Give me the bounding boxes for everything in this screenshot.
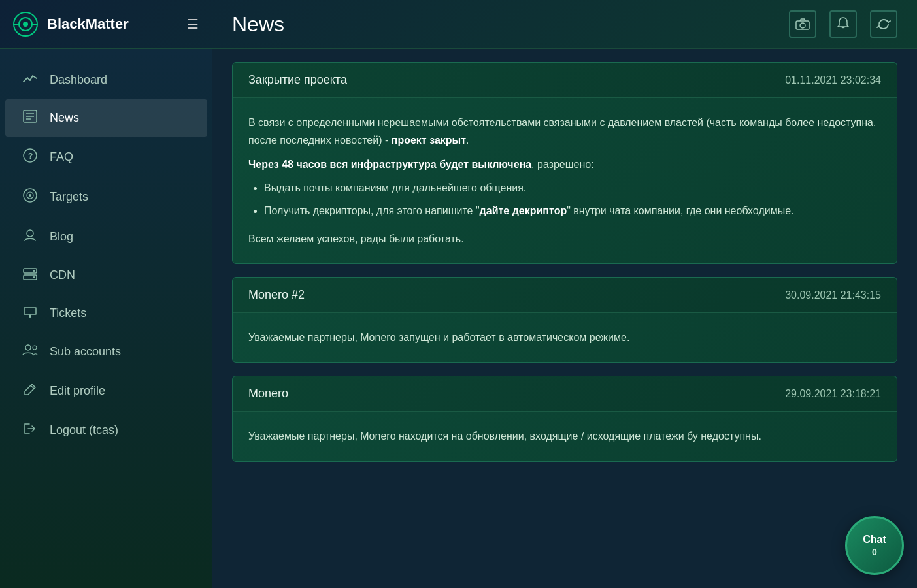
- editprofile-icon: [21, 382, 39, 400]
- news-bold-2: Через 48 часов вся инфраструктура будет …: [248, 159, 531, 170]
- sidebar-item-faq[interactable]: ? FAQ: [5, 138, 207, 176]
- svg-point-21: [25, 345, 31, 350]
- logout-icon: [21, 422, 39, 438]
- subaccounts-icon: [21, 344, 39, 360]
- svg-point-6: [800, 23, 805, 28]
- brand-area: BlackMatter ☰: [0, 0, 212, 48]
- cdn-icon: [21, 268, 39, 283]
- refresh-icon: [876, 17, 891, 31]
- sidebar-label-cdn: CDN: [50, 269, 75, 282]
- sidebar: Dashboard News ? FAQ: [0, 49, 212, 588]
- sidebar-label-editprofile: Edit profile: [50, 384, 105, 398]
- svg-point-2: [23, 22, 28, 27]
- news-body-para-4: Уважаемые партнеры, Monero запущен и раб…: [248, 329, 881, 346]
- news-body-2: Уважаемые партнеры, Monero запущен и раб…: [233, 313, 897, 362]
- news-list-item-1: Выдать почты компаниям для дальнейшего о…: [264, 179, 881, 197]
- sidebar-item-blog[interactable]: Blog: [5, 218, 207, 256]
- news-title-1: Закрытие проекта: [248, 73, 347, 87]
- sidebar-item-editprofile[interactable]: Edit profile: [5, 372, 207, 410]
- sidebar-label-faq: FAQ: [50, 150, 73, 164]
- svg-point-16: [27, 230, 33, 237]
- sidebar-label-news: News: [50, 111, 79, 125]
- sidebar-label-targets: Targets: [50, 190, 88, 204]
- news-body-para-5: Уважаемые партнеры, Monero находится на …: [248, 427, 881, 445]
- sidebar-item-dashboard[interactable]: Dashboard: [5, 62, 207, 98]
- header-title-area: News: [212, 12, 769, 37]
- chat-label: Chat: [863, 534, 886, 546]
- news-bold-3: дайте декриптор: [480, 205, 567, 216]
- news-body-para-2: Через 48 часов вся инфраструктура будет …: [248, 155, 881, 173]
- news-date-3: 29.09.2021 23:18:21: [785, 388, 881, 400]
- svg-point-15: [29, 194, 31, 197]
- news-title-3: Monero: [248, 387, 288, 400]
- news-card-1: Закрытие проекта 01.11.2021 23:02:34 В с…: [232, 62, 897, 264]
- page-title: News: [232, 12, 284, 37]
- sidebar-item-logout[interactable]: Logout (tcas): [5, 412, 207, 449]
- svg-point-19: [33, 270, 35, 272]
- news-list-1: Выдать почты компаниям для дальнейшего о…: [264, 179, 881, 220]
- sidebar-label-tickets: Tickets: [50, 306, 86, 320]
- sidebar-item-news[interactable]: News: [5, 99, 207, 137]
- main-content: Закрытие проекта 01.11.2021 23:02:34 В с…: [212, 49, 917, 588]
- targets-icon: [21, 188, 39, 206]
- sidebar-item-subaccounts[interactable]: Sub accounts: [5, 333, 207, 370]
- camera-icon: [795, 18, 810, 30]
- news-date-2: 30.09.2021 21:43:15: [785, 289, 881, 301]
- sidebar-item-tickets[interactable]: Tickets: [5, 295, 207, 332]
- sidebar-label-logout: Logout (tcas): [50, 423, 118, 437]
- news-card-2: Monero #2 30.09.2021 21:43:15 Уважаемые …: [232, 277, 897, 363]
- menu-icon[interactable]: ☰: [187, 16, 199, 32]
- main-layout: Dashboard News ? FAQ: [0, 49, 917, 588]
- dashboard-icon: [21, 73, 39, 88]
- brand-logo: [13, 12, 38, 37]
- bell-icon: [837, 17, 850, 31]
- sidebar-item-targets[interactable]: Targets: [5, 178, 207, 216]
- svg-text:?: ?: [28, 152, 33, 161]
- blog-icon: [21, 228, 39, 246]
- sidebar-label-blog: Blog: [50, 230, 73, 244]
- tickets-icon: [21, 305, 39, 321]
- news-icon: [21, 110, 39, 126]
- news-body-1: В связи с определенными нерешаемыми обст…: [233, 98, 897, 263]
- faq-icon: ?: [21, 148, 39, 166]
- news-list-item-2: Получить декрипторы, для этого напишите …: [264, 202, 881, 220]
- header-actions: [769, 10, 917, 38]
- svg-point-20: [33, 276, 35, 278]
- news-title-2: Monero #2: [248, 288, 305, 302]
- sidebar-label-dashboard: Dashboard: [50, 73, 107, 87]
- news-card-header-1: Закрытие проекта 01.11.2021 23:02:34: [233, 63, 897, 98]
- camera-button[interactable]: [789, 10, 816, 38]
- news-body-para-3: Всем желаем успехов, рады были работать.: [248, 230, 881, 248]
- chat-button[interactable]: Chat 0: [845, 516, 904, 575]
- news-card-header-3: Monero 29.09.2021 23:18:21: [233, 376, 897, 412]
- news-bold-1: проект закрыт: [392, 135, 466, 146]
- news-card-3: Monero 29.09.2021 23:18:21 Уважаемые пар…: [232, 376, 897, 461]
- sidebar-label-subaccounts: Sub accounts: [50, 345, 121, 359]
- bell-button[interactable]: [829, 10, 857, 38]
- top-header: BlackMatter ☰ News: [0, 0, 917, 49]
- svg-point-22: [33, 346, 37, 350]
- brand-name: BlackMatter: [47, 16, 129, 33]
- news-date-1: 01.11.2021 23:02:34: [785, 74, 881, 86]
- chat-count: 0: [872, 547, 877, 557]
- sidebar-item-cdn[interactable]: CDN: [5, 257, 207, 293]
- news-card-header-2: Monero #2 30.09.2021 21:43:15: [233, 278, 897, 313]
- news-body-3: Уважаемые партнеры, Monero находится на …: [233, 412, 897, 461]
- refresh-button[interactable]: [870, 10, 897, 38]
- news-body-para-1: В связи с определенными нерешаемыми обст…: [248, 114, 881, 149]
